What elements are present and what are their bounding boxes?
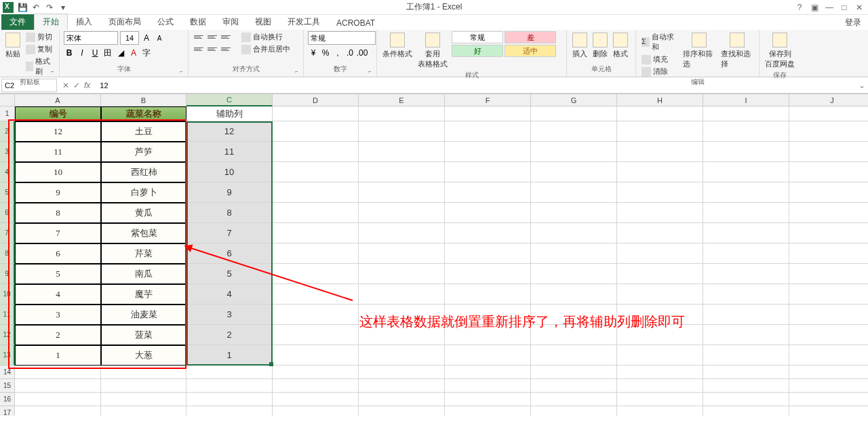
cell-G2[interactable]	[531, 121, 617, 142]
format-cells-button[interactable]: 格式	[612, 31, 629, 60]
cell-style-good[interactable]: 好	[452, 45, 503, 57]
cell-style-normal[interactable]: 常规	[452, 31, 503, 43]
cell-D12[interactable]	[273, 325, 359, 345]
cell-I7[interactable]	[703, 223, 789, 243]
cell-F13[interactable]	[445, 345, 531, 366]
cell-G3[interactable]	[531, 142, 617, 162]
cell-A14[interactable]	[15, 366, 101, 379]
wrap-text-button[interactable]: 自动换行	[240, 31, 292, 43]
col-header-H[interactable]: H	[617, 94, 703, 106]
cell-style-bad[interactable]: 差	[505, 31, 556, 43]
fill-button[interactable]: 填充	[640, 54, 679, 65]
cell-I13[interactable]	[703, 345, 789, 366]
cell-A10[interactable]: 4	[15, 284, 101, 305]
dec-decimal-button[interactable]: .00	[357, 47, 368, 58]
cell-I11[interactable]	[703, 305, 789, 325]
cell-J1[interactable]	[789, 106, 868, 121]
cell-I17[interactable]	[703, 406, 789, 416]
underline-button[interactable]: U	[90, 47, 100, 58]
expand-formula-icon[interactable]: ⌄	[856, 81, 868, 90]
cell-D16[interactable]	[273, 393, 359, 406]
font-launcher-icon[interactable]: ⌐	[180, 68, 186, 75]
cell-J12[interactable]	[789, 325, 868, 345]
cell-G12[interactable]	[531, 325, 617, 345]
cell-H14[interactable]	[617, 366, 703, 379]
cell-J2[interactable]	[789, 121, 868, 142]
row-header-1[interactable]: 1	[0, 106, 15, 121]
cell-H11[interactable]	[617, 305, 703, 325]
tab-review[interactable]: 审阅	[214, 14, 247, 30]
cell-E7[interactable]	[359, 223, 445, 243]
cell-A5[interactable]: 9	[15, 182, 101, 203]
comma-button[interactable]: ,	[332, 47, 343, 58]
help-button[interactable]: ?	[793, 3, 806, 12]
cell-G1[interactable]	[531, 106, 617, 121]
cell-A15[interactable]	[15, 379, 101, 393]
cell-A16[interactable]	[15, 393, 101, 406]
grow-font-button[interactable]: A	[141, 33, 152, 43]
cell-E8[interactable]	[359, 243, 445, 264]
cell-J3[interactable]	[789, 142, 868, 162]
cell-F1[interactable]	[445, 106, 531, 121]
copy-button[interactable]: 复制	[24, 43, 55, 55]
font-size-combo[interactable]	[120, 31, 139, 45]
cell-H2[interactable]	[617, 121, 703, 142]
align-top-button[interactable]	[193, 31, 205, 42]
row-header-2[interactable]: 2	[0, 121, 15, 142]
cell-F8[interactable]	[445, 243, 531, 264]
cell-G15[interactable]	[531, 379, 617, 393]
cell-D2[interactable]	[273, 121, 359, 142]
cell-I14[interactable]	[703, 366, 789, 379]
col-header-A[interactable]: A	[15, 94, 101, 106]
cell-B10[interactable]: 魔芋	[101, 284, 186, 305]
col-header-G[interactable]: G	[531, 94, 617, 106]
autosum-button[interactable]: Σ自动求和	[640, 31, 679, 53]
col-header-D[interactable]: D	[273, 94, 359, 106]
cell-H3[interactable]	[617, 142, 703, 162]
cell-H4[interactable]	[617, 162, 703, 182]
tab-formula[interactable]: 公式	[149, 14, 182, 30]
cell-I12[interactable]	[703, 325, 789, 345]
cell-J13[interactable]	[789, 345, 868, 366]
cell-F16[interactable]	[445, 393, 531, 406]
row-header-4[interactable]: 4	[0, 162, 15, 182]
cell-D11[interactable]	[273, 305, 359, 325]
shrink-font-button[interactable]: A	[154, 33, 165, 43]
cell-H9[interactable]	[617, 264, 703, 284]
cell-A6[interactable]: 8	[15, 203, 101, 223]
cell-C12[interactable]: 2	[186, 325, 273, 345]
clear-button[interactable]: 清除	[640, 66, 679, 77]
cell-C14[interactable]	[186, 366, 273, 379]
cell-C11[interactable]: 3	[186, 305, 273, 325]
cell-J10[interactable]	[789, 284, 868, 305]
align-right-button[interactable]	[220, 43, 232, 54]
cell-B5[interactable]: 白萝卜	[101, 182, 186, 203]
cell-E11[interactable]	[359, 305, 445, 325]
cell-I4[interactable]	[703, 162, 789, 182]
qat-customize-icon[interactable]: ▾	[58, 3, 68, 12]
cell-D6[interactable]	[273, 203, 359, 223]
cell-J9[interactable]	[789, 264, 868, 284]
cell-F3[interactable]	[445, 142, 531, 162]
cell-A11[interactable]: 3	[15, 305, 101, 325]
cell-D4[interactable]	[273, 162, 359, 182]
col-header-I[interactable]: I	[703, 94, 789, 106]
cell-I5[interactable]	[703, 182, 789, 203]
cell-F5[interactable]	[445, 182, 531, 203]
cell-B1[interactable]: 蔬菜名称	[101, 106, 186, 121]
select-all-corner[interactable]	[0, 94, 15, 106]
italic-button[interactable]: I	[77, 47, 87, 58]
cell-F17[interactable]	[445, 406, 531, 416]
cell-H12[interactable]	[617, 325, 703, 345]
cell-A12[interactable]: 2	[15, 325, 101, 345]
cell-A9[interactable]: 5	[15, 264, 101, 284]
cell-I8[interactable]	[703, 243, 789, 264]
cell-B13[interactable]: 大葱	[101, 345, 186, 366]
cell-G8[interactable]	[531, 243, 617, 264]
cell-E5[interactable]	[359, 182, 445, 203]
tab-file[interactable]: 文件	[1, 14, 34, 30]
row-header-7[interactable]: 7	[0, 223, 15, 243]
cell-B3[interactable]: 芦笋	[101, 142, 186, 162]
number-launcher-icon[interactable]: ⌐	[368, 68, 375, 75]
cancel-formula-icon[interactable]: ✕	[62, 81, 69, 90]
